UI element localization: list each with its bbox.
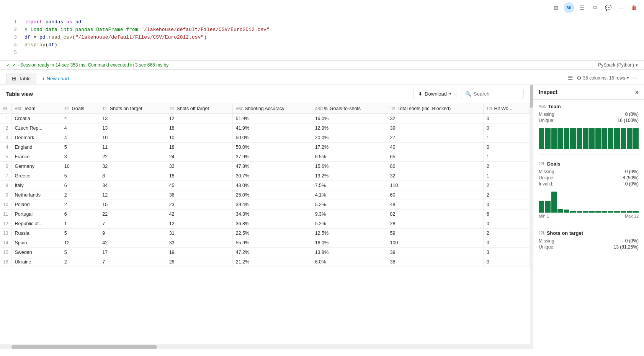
cell-goals: 4 (61, 124, 99, 133)
cell-hit-wo: 3 (483, 248, 530, 257)
cell-shots-off-target: 31 (166, 229, 232, 238)
cell-total-shots: 39 (387, 248, 483, 257)
cell-shots-on-target: 9 (99, 229, 166, 238)
cell-total-shots: 80 (387, 162, 483, 171)
inspect-scroll[interactable]: ABC Team Missing: 0 (0%) Unique: 16 (100… (533, 100, 644, 349)
row-num: 8 (0, 181, 11, 190)
inspect-bar (621, 128, 626, 149)
main-content: Table view ⬇ Download ▾ 🔍 (0, 85, 644, 349)
search-icon: 🔍 (465, 91, 471, 97)
cell-goals: 2 (61, 190, 99, 200)
cell-hit-wo: 2 (483, 190, 530, 200)
th-goals[interactable]: 12LGoals (61, 103, 99, 114)
cell-shots-off-target: 12 (166, 114, 232, 124)
search-box[interactable]: 🔍 (461, 89, 524, 99)
inspect-bar (545, 128, 550, 149)
cell-shots-off-target: 24 (166, 152, 232, 162)
user-avatar[interactable]: Mi (564, 2, 574, 13)
cell-shots-on-target: 15 (99, 200, 166, 210)
table-row: 9 Netherlands 2 12 36 25.0% 4.1% 60 2 (0, 190, 530, 200)
cell-goals: 5 (61, 229, 99, 238)
cell-goals-pct: 13.8% (312, 248, 387, 257)
th-total-shots[interactable]: 12LTotal shots (inc. Blocked) (387, 103, 483, 114)
code-line-4: 4 display(df) (0, 42, 644, 50)
copy-icon[interactable]: ⧉ (590, 2, 600, 13)
monitor-icon[interactable]: ⊞ (551, 2, 561, 13)
cell-shots-on-target: 7 (99, 219, 166, 229)
download-button[interactable]: ⬇ Download ▾ (413, 89, 456, 99)
th-shots-on-target[interactable]: 12LShots on target (99, 103, 166, 114)
h-scrollbar-thumb[interactable] (11, 345, 157, 349)
cell-shots-on-target: 12 (99, 190, 166, 200)
inspect-bar (595, 211, 601, 213)
chat-icon[interactable]: 💬 (603, 2, 613, 13)
inspect-bar (564, 210, 569, 213)
th-hit-wo[interactable]: 12LHit Wo... (483, 103, 530, 114)
cell-total-shots: 32 (387, 114, 483, 124)
layout-icon[interactable]: ☰ (577, 2, 587, 13)
inspect-unique-team: Unique: 16 (100%) (539, 118, 639, 123)
cell-total-shots: 110 (387, 181, 483, 190)
code-line-3: 3 df = pd.read_csv("/lakehouse/default/F… (0, 34, 644, 42)
cell-total-shots: 59 (387, 229, 483, 238)
cell-shots-off-target: 19 (166, 248, 232, 257)
th-shooting-accuracy[interactable]: ABCShooting Accuracy (232, 103, 312, 114)
cell-goals-pct: 5.2% (312, 219, 387, 229)
line-number: 1 (6, 19, 17, 25)
th-team[interactable]: ABCTeam (11, 103, 61, 114)
data-table-wrapper[interactable]: ⊞ ABCTeam 12LGoals 12LShots on target (0, 103, 530, 345)
table-row: 7 Greece 5 8 18 30.7% 19.2% 32 1 (0, 171, 530, 181)
inspect-missing-goals: Missing: 0 (0%) (539, 169, 639, 174)
inspect-unique-shots: Unique: 13 (81.25%) (539, 244, 639, 250)
v-scrollbar[interactable] (530, 85, 533, 349)
inspect-bar (539, 201, 544, 213)
table-row: 3 Denmark 4 10 10 50.0% 20.0% 27 1 (0, 133, 530, 143)
filter-icon[interactable]: ☰ (568, 75, 573, 81)
table-row: 5 France 3 22 24 37.9% 6.5% 65 1 (0, 152, 530, 162)
inspect-bar (627, 211, 632, 213)
th-goals-to-shots[interactable]: ABC% Goals-to-shots (312, 103, 387, 114)
new-chart-button[interactable]: + New chart (36, 73, 74, 84)
table-section: Table view ⬇ Download ▾ 🔍 (0, 85, 530, 349)
line-number: 3 (6, 34, 17, 40)
cell-goals-pct: 16.0% (312, 114, 387, 124)
cell-accuracy: 43.0% (232, 181, 312, 190)
cell-shots-off-target: 10 (166, 133, 232, 143)
cell-hit-wo: 2 (483, 181, 530, 190)
cell-goals-pct: 15.6% (312, 162, 387, 171)
expand-icon[interactable]: » (635, 89, 639, 96)
row-num: 15 (0, 248, 11, 257)
inspect-bar (595, 128, 601, 149)
cell-shots-off-target: 33 (166, 238, 232, 248)
cell-shots-on-target: 13 (99, 114, 166, 124)
table-body: 1 Croatia 4 13 12 51.9% 16.0% 32 0 2 Cze… (0, 114, 530, 267)
more-options-button[interactable]: ··· (633, 75, 638, 81)
inspect-chart-team (539, 126, 639, 149)
cell-accuracy: 55.9% (232, 238, 312, 248)
cell-team: Spain (11, 238, 61, 248)
cell-team: Poland (11, 200, 61, 210)
table-row: 8 Italy 6 34 45 43.0% 7.5% 110 2 (0, 181, 530, 190)
delete-icon[interactable]: 🗑 (629, 2, 639, 13)
cell-shots-on-target: 34 (99, 181, 166, 190)
row-num: 2 (0, 124, 11, 133)
row-num: 12 (0, 219, 11, 229)
runtime-info[interactable]: PySpark (Python) ▾ (598, 62, 638, 68)
cell-total-shots: 48 (387, 200, 483, 210)
cell-shots-off-target: 45 (166, 181, 232, 190)
cell-goals: 12 (61, 238, 99, 248)
inspect-title: Inspect (539, 89, 557, 95)
th-shots-off-target[interactable]: 12LShots off target (166, 103, 232, 114)
cell-hit-wo: 0 (483, 238, 530, 248)
row-num: 10 (0, 200, 11, 210)
v-scrollbar-thumb[interactable] (530, 85, 533, 108)
inspect-missing-team: Missing: 0 (0%) (539, 112, 639, 117)
h-scrollbar[interactable] (0, 345, 530, 349)
cell-hit-wo: 1 (483, 171, 530, 181)
tab-table[interactable]: ⊞ Table (6, 73, 36, 85)
cell-accuracy: 21.2% (232, 257, 312, 267)
cell-goals-pct: 9.3% (312, 210, 387, 219)
more-icon[interactable]: ··· (616, 2, 626, 13)
inspect-bar (570, 211, 575, 213)
search-input[interactable] (474, 91, 520, 97)
